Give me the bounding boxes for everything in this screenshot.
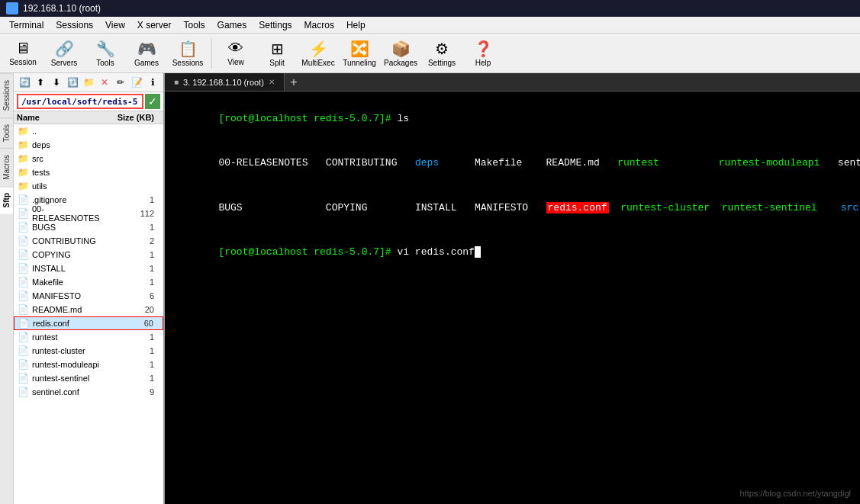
side-tab-tools[interactable]: Tools [0, 117, 13, 148]
list-item-redis-conf[interactable]: 📄 redis.conf 60 [14, 316, 163, 330]
terminal-line-1: [root@localhost redis-5.0.7]# ls [171, 96, 860, 141]
list-item[interactable]: 📄 COPYING 1 [14, 248, 163, 262]
split-icon: ⊞ [271, 40, 284, 58]
terminal-tab-label: 3. 192.168.1.10 (root) [183, 78, 264, 87]
menu-macros[interactable]: Macros [298, 18, 340, 32]
list-item[interactable]: 📄 runtest-moduleapi 1 [14, 358, 163, 371]
menu-help[interactable]: Help [340, 18, 372, 32]
file-icon: 📄 [17, 331, 29, 343]
toolbar-split-label: Split [269, 59, 284, 67]
sftp-delete-btn[interactable]: ✕ [97, 75, 112, 90]
sftp-properties-btn[interactable]: ℹ [145, 75, 160, 90]
sftp-newfolder-btn[interactable]: 📁 [81, 75, 96, 90]
redis-conf-highlight: redis.conf [546, 202, 609, 213]
packages-icon: 📦 [391, 40, 411, 58]
menu-tools[interactable]: Tools [178, 18, 211, 32]
terminal-line-3: BUGS COPYING INSTALL MANIFESTO redis.con… [171, 185, 860, 230]
toolbar-view[interactable]: 👁 View [216, 36, 256, 71]
toolbar-settings-label: Settings [428, 59, 456, 67]
toolbar-split[interactable]: ⊞ Split [257, 36, 297, 71]
path-input[interactable] [17, 94, 143, 109]
list-item[interactable]: 📄 INSTALL 1 [14, 262, 163, 275]
menu-settings[interactable]: Settings [253, 18, 298, 32]
list-item[interactable]: 📁 src [14, 152, 163, 165]
col-name-header: Name [17, 113, 107, 122]
sftp-edit-btn[interactable]: 📝 [129, 75, 144, 90]
session-icon: 🖥 [15, 40, 31, 57]
file-icon: 📄 [17, 194, 29, 206]
terminal-tab-active[interactable]: ■ 3. 192.168.1.10 (root) ✕ [165, 73, 285, 91]
side-tab-macros[interactable]: Macros [0, 148, 13, 186]
side-tab-sessions[interactable]: Sessions [0, 73, 13, 117]
sftp-upload-btn[interactable]: ⬆ [33, 75, 48, 90]
toolbar-servers-label: Servers [51, 59, 77, 67]
list-item[interactable]: 📄 runtest-cluster 1 [14, 344, 163, 358]
toolbar-servers[interactable]: 🔗 Servers [44, 36, 84, 71]
toolbar-games-label: Games [134, 59, 159, 67]
file-icon: 📄 [17, 303, 29, 316]
toolbar-multiexec[interactable]: ⚡ MultiExec [298, 36, 338, 71]
col-size-header: Size (KB) [107, 113, 160, 122]
menu-xserver[interactable]: X server [131, 18, 178, 32]
list-item[interactable]: 📄 README.md 20 [14, 303, 163, 316]
menu-sessions[interactable]: Sessions [50, 18, 99, 32]
app-icon [6, 2, 18, 14]
games-icon: 🎮 [137, 40, 156, 58]
terminal-cursor [475, 246, 481, 258]
toolbar: 🖥 Session 🔗 Servers 🔧 Tools 🎮 Games 📋 Se… [0, 34, 860, 73]
file-list: 📁 .. 📁 deps 📁 src 📁 tests 📁 uti [14, 124, 163, 504]
tunneling-icon: 🔀 [350, 40, 369, 58]
sftp-download-btn[interactable]: ⬇ [49, 75, 64, 90]
toolbar-sessions-label: Sessions [172, 59, 204, 67]
list-item[interactable]: 📁 tests [14, 165, 163, 179]
toolbar-tools-label: Tools [96, 59, 114, 67]
toolbar-session[interactable]: 🖥 Session [3, 36, 43, 71]
file-icon: 📄 [17, 386, 29, 398]
menu-view[interactable]: View [99, 18, 131, 32]
toolbar-help[interactable]: ❓ Help [463, 36, 503, 71]
sftp-sync-btn[interactable]: 🔃 [65, 75, 80, 90]
toolbar-sessions[interactable]: 📋 Sessions [168, 36, 208, 71]
list-item[interactable]: 📄 00-RELEASENOTES 112 [14, 207, 163, 220]
list-item[interactable]: 📄 sentinel.conf 9 [14, 385, 163, 399]
list-item[interactable]: 📄 BUGS 1 [14, 220, 163, 234]
list-item[interactable]: 📄 CONTRIBUTING 2 [14, 234, 163, 248]
sessions-icon: 📋 [179, 40, 198, 58]
toolbar-tunneling[interactable]: 🔀 Tunneling [340, 36, 379, 71]
folder-icon: 📁 [17, 125, 29, 137]
terminal-tab-close[interactable]: ✕ [269, 78, 275, 86]
path-go-button[interactable]: ✓ [145, 94, 160, 109]
list-item[interactable]: 📄 runtest-sentinel 1 [14, 371, 163, 385]
terminal-tab-add[interactable]: + [285, 73, 303, 91]
file-icon: 📄 [17, 290, 29, 302]
terminal-tabs: ■ 3. 192.168.1.10 (root) ✕ + [165, 73, 860, 91]
list-item[interactable]: 📄 runtest 1 [14, 330, 163, 344]
title-bar-text: 192.168.1.10 (root) [23, 3, 101, 14]
list-item[interactable]: 📄 MANIFESTO 6 [14, 289, 163, 303]
title-bar: 192.168.1.10 (root) [0, 0, 860, 17]
toolbar-multiexec-label: MultiExec [301, 59, 334, 67]
terminal-content[interactable]: [root@localhost redis-5.0.7]# ls 00-RELE… [165, 91, 860, 504]
main-content: Sessions Tools Macros Sftp 🔄 ⬆ ⬇ 🔃 📁 ✕ ✏… [0, 73, 860, 504]
list-item[interactable]: 📁 deps [14, 138, 163, 152]
menu-terminal[interactable]: Terminal [3, 18, 50, 32]
toolbar-view-label: View [227, 58, 244, 66]
terminal-panel: ■ 3. 192.168.1.10 (root) ✕ + [root@local… [165, 73, 860, 504]
menu-games[interactable]: Games [211, 18, 253, 32]
file-icon: 📄 [17, 221, 29, 233]
folder-icon: 📁 [17, 152, 29, 165]
servers-icon: 🔗 [55, 40, 74, 58]
sftp-refresh-btn[interactable]: 🔄 [17, 75, 32, 90]
toolbar-tools[interactable]: 🔧 Tools [85, 36, 125, 71]
list-item[interactable]: 📁 .. [14, 124, 163, 138]
toolbar-settings[interactable]: ⚙ Settings [422, 36, 462, 71]
list-item[interactable]: 📁 utils [14, 179, 163, 193]
toolbar-packages[interactable]: 📦 Packages [381, 36, 420, 71]
toolbar-help-label: Help [475, 59, 491, 67]
toolbar-games[interactable]: 🎮 Games [127, 36, 166, 71]
toolbar-sep1 [211, 38, 212, 69]
side-tab-sftp[interactable]: Sftp [0, 186, 13, 213]
terminal-line-2: 00-RELEASENOTES CONTRIBUTING deps Makefi… [171, 141, 860, 186]
list-item[interactable]: 📄 Makefile 1 [14, 275, 163, 289]
sftp-rename-btn[interactable]: ✏ [113, 75, 128, 90]
